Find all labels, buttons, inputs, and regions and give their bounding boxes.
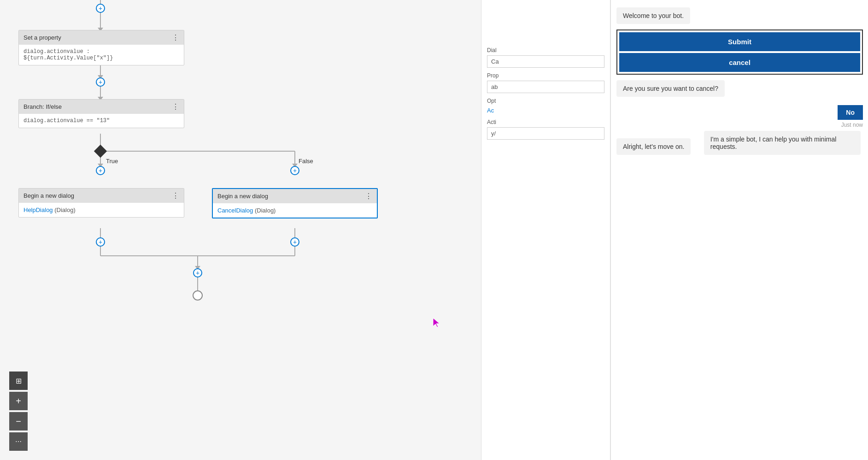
begin-dialog-true-title: Begin a new dialog [23,192,74,199]
set-property-title: Set a property [23,34,61,41]
welcome-message: Welcome to your bot. [616,7,690,24]
begin-dialog-false-link[interactable]: CancelDialog (Dialog) [213,203,377,218]
cancel-button[interactable]: cancel [619,53,860,72]
true-label: True [106,158,118,165]
chat-messages[interactable]: Welcome to your bot. Submit cancel Are y… [611,0,868,460]
zoom-in-button[interactable]: + [9,392,28,410]
action-buttons-container: Submit cancel [616,29,863,75]
chat-panel: Welcome to your bot. Submit cancel Are y… [610,0,868,460]
zoom-out-button[interactable]: − [9,412,28,431]
cancel-confirm-message: Are you sure you want to cancel? [616,80,725,97]
options-label: Opt [487,98,604,104]
simple-bot-message: I'm a simple bot, I can help you with mi… [704,131,861,155]
fit-button[interactable]: ⊞ [9,372,28,390]
begin-dialog-false-header: Begin a new dialog ⋮ [213,189,377,203]
properties-panel: Dial Prop Opt Ac Acti [481,0,610,460]
property-input[interactable] [487,81,604,93]
begin-dialog-true-header: Begin a new dialog ⋮ [19,189,184,203]
add-node-true[interactable]: + [96,166,105,175]
add-node-after-set[interactable]: + [96,77,105,87]
begin-dialog-false-title: Begin a new dialog [217,193,268,200]
move-on-message: Alright, let's move on. [616,138,691,155]
dialog-input[interactable] [487,55,604,68]
false-label: False [299,158,313,165]
add-node-top[interactable]: + [96,4,105,13]
svg-marker-20 [433,318,440,327]
set-property-header: Set a property ⋮ [19,30,184,45]
connector-overlay [0,0,481,460]
toolbar: ⊞ + − ⋯ [9,372,28,451]
branch-header: Branch: If/else ⋮ [19,100,184,114]
actions-input[interactable] [487,127,604,140]
property-label: Prop [487,72,604,79]
branch-body: dialog.actionvalue == "13" [19,114,184,128]
actions-label: Acti [487,119,604,125]
just-now-timestamp: Just now [611,122,868,128]
end-node [193,290,203,301]
begin-dialog-false: Begin a new dialog ⋮ CancelDialog (Dialo… [212,188,378,218]
begin-dialog-true: Begin a new dialog ⋮ HelpDialog (Dialog) [18,188,184,218]
set-property-node: Set a property ⋮ dialog.actionvalue : ${… [18,30,184,65]
branch-title: Branch: If/else [23,103,62,110]
begin-dialog-false-menu[interactable]: ⋮ [365,192,372,201]
add-link[interactable]: Ac [487,107,494,114]
mouse-cursor [432,317,441,326]
branch-node: Branch: If/else ⋮ dialog.actionvalue == … [18,99,184,128]
add-node-after-true[interactable]: + [96,237,105,247]
submit-button[interactable]: Submit [619,32,860,51]
no-button[interactable]: No [838,105,863,120]
set-property-body: dialog.actionvalue : ${turn.Activity.Val… [19,45,184,65]
flow-canvas[interactable]: + Set a property ⋮ dialog.actionvalue : … [0,0,481,460]
set-property-menu[interactable]: ⋮ [172,33,179,42]
more-options-button[interactable]: ⋯ [9,432,28,451]
begin-dialog-true-menu[interactable]: ⋮ [172,191,179,200]
dialog-label: Dial [487,47,604,53]
branch-menu[interactable]: ⋮ [172,102,179,111]
add-node-converge[interactable]: + [193,268,202,277]
add-node-false[interactable]: + [290,166,299,175]
right-panel: Dial Prop Opt Ac Acti Welcome to your bo… [481,0,868,460]
branch-diamond [94,145,107,158]
begin-dialog-true-link[interactable]: HelpDialog (Dialog) [19,203,184,217]
add-node-after-false[interactable]: + [290,237,299,247]
